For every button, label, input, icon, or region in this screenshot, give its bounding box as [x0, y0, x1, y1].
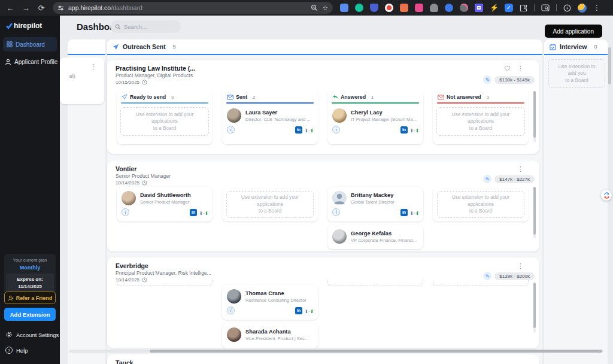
info-icon[interactable]: i: [227, 307, 235, 314]
extensions-puzzle-icon[interactable]: [520, 4, 527, 12]
sidebar-item-applicant-profile[interactable]: Applicant Profile: [5, 56, 59, 67]
envelope-icon: [227, 95, 233, 100]
candidate-card-david-shuttleworth[interactable]: David Shuttleworth Senior Product Manage…: [117, 187, 213, 222]
plan-caption: Your current plan: [6, 257, 54, 263]
job-card-everbridge[interactable]: Everbridge Principal Product Manager, Ri…: [107, 257, 539, 348]
candidate-name: George Kefalas: [351, 230, 417, 236]
stage-header: Sent 2: [222, 90, 318, 104]
interview-calendar-icon: [550, 44, 556, 50]
column-label: Outreach Sent: [123, 43, 166, 50]
edit-salary-icon[interactable]: ✎: [483, 75, 491, 84]
salary-row: ✎ $130k - $145k: [483, 75, 535, 84]
gmail-icon[interactable]: [411, 127, 418, 133]
pink-bolt-extension-icon[interactable]: ⚡: [490, 4, 498, 12]
address-bar[interactable]: app.hirepilot.co/dashboard ☆: [53, 2, 333, 14]
info-icon[interactable]: i: [332, 126, 340, 134]
candidate-card-brittany-mackey[interactable]: Brittany Mackey Global Talent Director i…: [327, 187, 423, 222]
search-input[interactable]: [124, 23, 172, 30]
sidebar-item-dashboard[interactable]: Dashboard: [3, 37, 57, 51]
column-header-outreach[interactable]: Outreach Sent 5: [107, 40, 542, 55]
sidebar-item-account-settings[interactable]: Account Settings: [5, 331, 59, 338]
avatar: [332, 229, 347, 244]
browser-menu-icon[interactable]: ⋮: [593, 4, 600, 12]
blue-blob-extension-icon[interactable]: [445, 4, 453, 12]
profile-avatar[interactable]: [578, 4, 587, 13]
sync-floating-button[interactable]: [601, 190, 612, 201]
person-plus-icon: [8, 295, 14, 301]
partial-card-text: el): [69, 73, 75, 79]
linkedin-icon[interactable]: in: [400, 126, 408, 134]
outreach-send-icon: [113, 44, 119, 50]
sidebar-item-help[interactable]: ? Help: [5, 347, 28, 354]
card-scrollbar[interactable]: [533, 187, 536, 238]
clock-icon: [142, 180, 147, 186]
candidate-card-laura-sayer[interactable]: Laura Sayer Director, CLE Technology and…: [226, 107, 314, 134]
docs-extension-icon[interactable]: [340, 4, 348, 12]
gmail-icon[interactable]: [305, 127, 313, 133]
site-info-icon[interactable]: [57, 5, 64, 11]
gray-extension-icon[interactable]: [430, 4, 438, 12]
partial-job-card[interactable]: el) ⋮: [60, 57, 104, 104]
candidate-card-sharada-achanta[interactable]: Sharada Achanta Vice-President, Product …: [222, 323, 318, 348]
info-icon[interactable]: i: [332, 208, 340, 216]
salary-badge: $147k - $227k: [494, 175, 535, 183]
logo-text: hirepilot: [14, 22, 42, 30]
clock-icon: [142, 80, 147, 85]
job-date: 10/14/2025: [116, 180, 147, 186]
gmail-icon[interactable]: [305, 308, 313, 314]
card-menu-icon[interactable]: ⋮: [517, 166, 524, 172]
battery-saver-icon[interactable]: [563, 4, 571, 12]
column-count: 5: [173, 44, 176, 50]
job-card-vontier[interactable]: Vontier Senior Product Manager 10/14/202…: [107, 160, 539, 251]
browser-forward-icon[interactable]: →: [19, 0, 32, 16]
add-extension-button[interactable]: Add Extension: [4, 308, 56, 321]
card-scrollbar[interactable]: [533, 283, 536, 333]
grammarly-extension-icon[interactable]: [355, 4, 363, 12]
info-icon[interactable]: i: [227, 126, 235, 134]
card-menu-icon[interactable]: ⋮: [517, 263, 524, 269]
orange-extension-icon[interactable]: [400, 4, 408, 12]
candidate-card-cheryl-lacy[interactable]: Cheryl Lacy IT Project Manager (Scrum Ma…: [331, 107, 420, 134]
gmail-icon[interactable]: [411, 210, 418, 216]
column-header-interview[interactable]: Interview 0: [544, 40, 608, 55]
zoom-page-icon[interactable]: [311, 4, 318, 11]
figma-extension-icon[interactable]: [415, 4, 423, 12]
empty-state: Use extension to add your applications t…: [437, 191, 524, 218]
refer-friend-button[interactable]: Refer a Friend: [4, 292, 56, 304]
horizontal-scrollbar[interactable]: [69, 350, 603, 353]
linkedin-icon[interactable]: in: [190, 209, 197, 216]
gmail-icon[interactable]: [200, 210, 208, 216]
card-menu-icon[interactable]: ⋮: [90, 63, 97, 70]
inspect-window-icon[interactable]: [541, 4, 550, 11]
candidate-card-thomas-crane[interactable]: Thomas Crane Resilience Consulting Direc…: [222, 285, 318, 320]
loom-extension-icon[interactable]: [475, 4, 483, 12]
empty-state: Use extension to add your applications t…: [120, 107, 209, 136]
bookmark-star-icon[interactable]: ☆: [322, 4, 328, 12]
camera-circle-extension-icon[interactable]: [460, 4, 468, 12]
favorite-heart-icon[interactable]: [504, 65, 511, 71]
browser-back-icon[interactable]: ←: [4, 0, 17, 16]
info-icon[interactable]: i: [122, 208, 129, 216]
linkedin-icon[interactable]: in: [400, 209, 408, 216]
vertical-scrollbar[interactable]: [608, 40, 611, 364]
board-column-outreach-sent: Outreach Sent 5 Practising Law Institute…: [107, 40, 542, 364]
linkedin-icon[interactable]: in: [295, 126, 302, 134]
hirepilot-logo[interactable]: hirepilot: [6, 22, 42, 30]
dashboard-grid-icon: [7, 41, 13, 47]
candidate-card-george-kefalas[interactable]: George Kefalas VP Corporate Finance, Fin…: [327, 225, 423, 249]
job-card-practising-law[interactable]: Practising Law Institute (... Product Ma…: [107, 60, 539, 154]
red-circle-extension-icon[interactable]: [385, 4, 393, 12]
browser-reload-icon[interactable]: ⟳: [35, 0, 48, 16]
linkedin-icon[interactable]: in: [295, 307, 302, 314]
check-task-extension-icon[interactable]: ✓: [505, 4, 513, 12]
add-application-button[interactable]: Add application: [545, 25, 602, 38]
candidate-role: VP Corporate Finance, Financi...: [351, 238, 417, 243]
card-scrollbar[interactable]: [533, 91, 536, 142]
avatar: [227, 108, 241, 123]
search-box[interactable]: [110, 20, 181, 33]
edit-salary-icon[interactable]: ✎: [483, 272, 491, 280]
card-menu-icon[interactable]: ⋮: [517, 65, 524, 72]
edit-salary-icon[interactable]: ✎: [483, 175, 491, 183]
shield-extension-icon[interactable]: [370, 4, 378, 12]
job-card-tauck[interactable]: Tauck: [107, 354, 539, 364]
